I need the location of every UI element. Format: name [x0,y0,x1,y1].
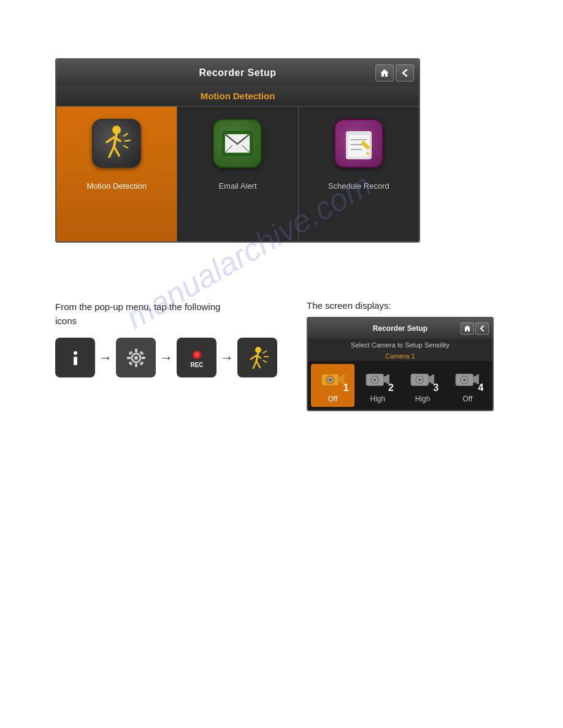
svg-line-7 [125,140,130,141]
schedule-record-icon-box [334,119,383,168]
camera-4-icon [454,370,480,389]
instructions-text: From the pop-up menu, tap the following … [55,300,288,328]
svg-point-36 [194,352,199,357]
svg-line-4 [109,146,114,157]
camera-header-title: Recorder Setup [373,324,427,333]
camera-cell-1[interactable]: 1 Off [311,364,354,407]
motion-detection-icon-box [92,119,141,168]
menu-item-email[interactable]: Email Alert [177,107,298,241]
camera-header: Recorder Setup [308,318,492,339]
motion-seq-icon [245,345,270,371]
menu-item-schedule-label: Schedule Record [328,181,389,191]
left-instructions: From the pop-up menu, tap the following … [55,300,288,411]
svg-line-8 [124,146,128,148]
home-button[interactable] [375,64,394,82]
header-icons [375,64,414,82]
svg-point-21 [74,351,77,355]
motion-seq-icon-box [237,338,277,377]
motion-detection-bar: Motion Detection [56,86,419,106]
svg-rect-28 [127,357,131,359]
svg-rect-26 [135,349,137,352]
svg-point-39 [255,347,261,353]
email-alert-icon-box [213,119,262,168]
camera-2-status: High [370,395,386,403]
arrow-1: → [99,350,112,366]
svg-point-66 [463,378,466,381]
menu-item-motion[interactable]: Motion Detection [56,107,177,241]
camera-icon-1-wrap: 1 [317,368,349,391]
motion-detection-bar-text: Motion Detection [201,91,275,101]
camera-3-num: 3 [433,382,439,393]
menu-item-schedule[interactable]: Schedule Record [299,107,419,241]
svg-point-51 [329,378,332,381]
svg-line-6 [124,134,128,136]
info-icon [64,347,86,369]
camera-2-num: 2 [388,382,394,393]
camera-1-num: 1 [343,382,349,393]
menu-item-email-label: Email Alert [218,181,256,191]
camera-active-text: Camera 1 [309,352,491,360]
gear-icon-box [116,338,156,377]
camera-cell-2[interactable]: 2 High [356,364,399,407]
envelope-icon [221,131,253,156]
rec-icon-box: REC [177,338,216,377]
rec-icon: REC [184,345,210,371]
camera-3-status: High [415,395,431,403]
camera-subtitle-bar: Select Camera to Setup Sensility [308,339,492,351]
svg-line-2 [107,137,114,142]
camera-icon-2-wrap: 2 [362,368,394,391]
camera-1-status: Off [328,395,338,403]
svg-point-61 [418,378,421,381]
gear-icon [123,345,149,371]
svg-rect-22 [74,357,77,365]
camera-grid: 1 Off 2 [308,361,492,410]
bottom-section: From the pop-up menu, tap the following … [55,300,558,411]
schedule-icon [342,126,375,161]
camera-active-bar: Camera 1 [308,351,492,361]
info-icon-box [55,338,95,377]
svg-point-0 [112,126,121,134]
icon-sequence: → → [55,338,288,377]
back-button[interactable] [396,64,414,82]
recorder-setup-panel: Recorder Setup Motion Detection [55,58,420,243]
arrow-3: → [220,350,234,366]
camera-cell-4[interactable]: 4 Off [446,364,489,407]
right-screen: The screen displays: Recorder Setup [307,300,497,411]
camera-header-icons [461,322,489,335]
camera-2-icon [365,370,391,389]
camera-home-button[interactable] [461,322,474,335]
svg-line-1 [114,134,117,146]
camera-1-icon [320,370,346,389]
svg-line-5 [114,146,119,156]
camera-4-status: Off [462,395,472,403]
menu-item-motion-label: Motion Detection [86,181,147,191]
camera-back-button[interactable] [475,322,489,335]
menu-grid: Motion Detection Email Alert [56,106,419,241]
svg-point-25 [134,356,138,360]
camera-4-num: 4 [478,382,483,393]
screen-displays-title: The screen displays: [307,300,497,311]
arrow-2: → [159,350,173,366]
camera-cell-3[interactable]: 3 High [401,364,445,407]
recorder-header: Recorder Setup [56,59,419,86]
svg-rect-29 [142,357,145,359]
walking-person-icon [101,125,132,162]
camera-icon-3-wrap: 3 [407,368,439,391]
camera-icon-4-wrap: 4 [451,368,483,391]
camera-subtitle-text: Select Camera to Setup Sensility [310,341,490,349]
camera-3-icon [410,370,435,389]
svg-point-56 [373,378,377,381]
svg-rect-27 [135,363,137,367]
recorder-header-title: Recorder Setup [199,67,276,78]
camera-setup-panel: Recorder Setup Select Camera to S [307,317,494,411]
svg-text:REC: REC [190,362,203,368]
